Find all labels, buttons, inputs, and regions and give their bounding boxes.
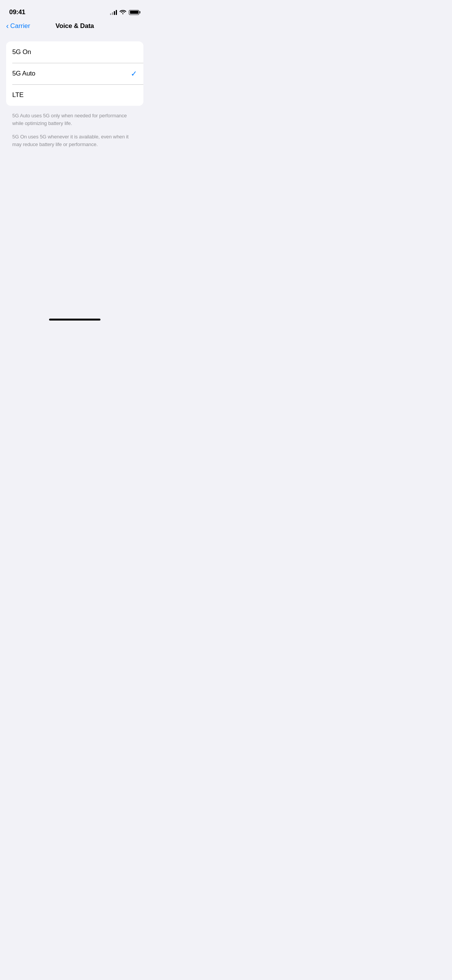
back-chevron-icon: ‹ [6,21,9,30]
option-lte-label: LTE [12,91,23,99]
options-card: 5G On 5G Auto ✓ LTE [6,41,143,106]
battery-body [129,10,139,15]
signal-bar-4 [116,10,117,15]
option-5g-auto-label: 5G Auto [12,70,35,77]
page-title: Voice & Data [56,22,94,30]
content-area: 5G On 5G Auto ✓ LTE 5G Auto uses 5G only… [0,34,150,148]
battery-tip [140,11,140,13]
description-5g-on: 5G On uses 5G whenever it is available, … [12,133,137,148]
option-5g-on-label: 5G On [12,48,31,56]
signal-bar-2 [112,12,113,15]
wifi-icon [120,9,126,15]
option-lte[interactable]: LTE [6,84,143,106]
status-bar: 09:41 [0,0,150,19]
status-icons [110,9,140,15]
signal-bar-3 [114,11,115,15]
option-5g-on[interactable]: 5G On [6,41,143,63]
checkmark-icon: ✓ [131,69,137,78]
nav-bar: ‹ Carrier Voice & Data [0,19,150,34]
home-indicator [49,319,100,321]
description-area: 5G Auto uses 5G only when needed for per… [6,109,143,148]
status-time: 09:41 [9,8,25,16]
battery-fill [130,11,138,14]
battery-icon [129,10,140,15]
option-5g-auto[interactable]: 5G Auto ✓ [6,63,143,84]
back-label: Carrier [10,22,30,30]
signal-bar-1 [110,13,111,15]
signal-bars-icon [110,10,117,15]
back-button[interactable]: ‹ Carrier [6,22,30,30]
description-5g-auto: 5G Auto uses 5G only when needed for per… [12,112,137,127]
